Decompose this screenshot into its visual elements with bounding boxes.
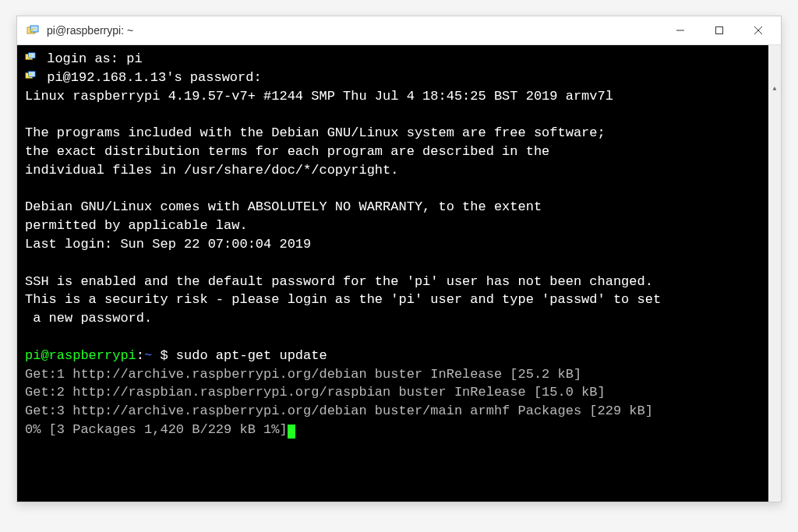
last-login: Last login: Sun Sep 22 07:00:04 2019 <box>25 237 311 252</box>
minimize-button[interactable] <box>661 18 700 43</box>
apt-progress-line: 0% [3 Packages 1,420 B/229 kB 1%] <box>25 422 288 437</box>
apt-output-line: Get:1 http://archive.raspberrypi.org/deb… <box>25 367 581 382</box>
ssh-warning-line: SSH is enabled and the default password … <box>25 274 653 289</box>
putty-icon <box>25 23 41 38</box>
prompt-user: pi@raspberrypi <box>25 348 136 363</box>
motd-line: permitted by applicable law. <box>25 218 248 233</box>
motd-line: the exact distribution terms for each pr… <box>25 144 549 159</box>
ssh-warning-line: This is a security risk - please login a… <box>25 292 661 307</box>
system-line: Linux raspberrypi 4.19.57-v7+ #1244 SMP … <box>25 89 613 104</box>
password-prompt: pi@192.168.1.13's password: <box>47 70 261 85</box>
prompt-dollar: $ <box>160 348 168 363</box>
svg-rect-11 <box>28 72 35 77</box>
scrollbar[interactable]: ▲ <box>768 45 781 502</box>
terminal-window: pi@raspberrypi: ~ login as: pi pi@192.16… <box>16 16 782 502</box>
close-button[interactable] <box>739 18 778 43</box>
svg-rect-8 <box>28 53 35 58</box>
maximize-button[interactable] <box>700 18 739 43</box>
prompt-colon: : <box>136 348 144 363</box>
ssh-warning-line: a new password. <box>25 311 152 326</box>
window-controls <box>661 18 778 43</box>
command: sudo apt-get update <box>176 348 327 363</box>
login-value: pi <box>126 51 142 66</box>
apt-output-line: Get:2 http://raspbian.raspberrypi.org/ra… <box>25 385 606 400</box>
motd-line: individual files in /usr/share/doc/*/cop… <box>25 163 398 178</box>
terminal-content[interactable]: login as: pi pi@192.168.1.13's password:… <box>17 45 781 502</box>
svg-rect-1 <box>30 26 38 32</box>
putty-line-icon <box>25 69 39 87</box>
putty-line-icon <box>25 50 39 69</box>
titlebar[interactable]: pi@raspberrypi: ~ <box>17 16 781 45</box>
apt-output-line: Get:3 http://archive.raspberrypi.org/deb… <box>25 403 653 418</box>
svg-rect-4 <box>716 27 723 34</box>
scroll-up-icon[interactable]: ▲ <box>768 83 781 95</box>
login-prompt: login as: <box>47 51 118 66</box>
motd-line: The programs included with the Debian GN… <box>25 125 606 140</box>
window-title: pi@raspberrypi: ~ <box>47 24 661 37</box>
motd-line: Debian GNU/Linux comes with ABSOLUTELY N… <box>25 199 542 214</box>
terminal-cursor <box>288 425 295 439</box>
prompt-path: ~ <box>144 348 152 363</box>
